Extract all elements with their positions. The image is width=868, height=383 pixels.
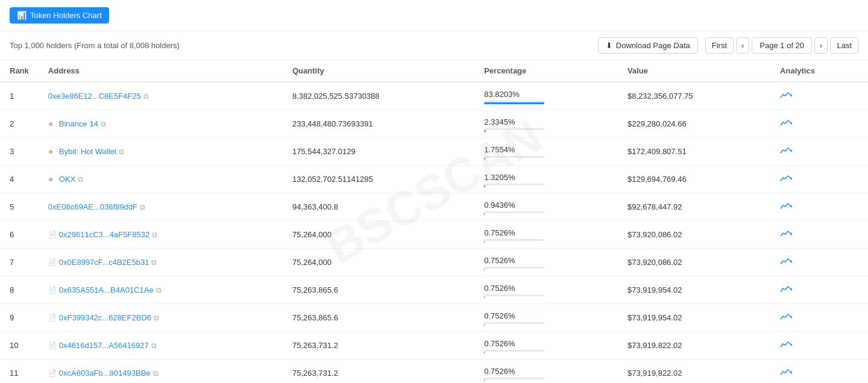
chart-icon: 📊 [17, 11, 27, 20]
token-holders-chart-button[interactable]: 📊 Token Holders Chart [10, 7, 109, 23]
copy-icon[interactable]: ⧉ [152, 231, 160, 239]
contract-icon: 📄 [48, 231, 57, 239]
label-icon: ◈ [48, 175, 57, 184]
address-text: Bybit: Hot Wallet [59, 147, 117, 156]
table-row: 9📄0xF399342c...628EF2BD6⧉75,263,865.60.7… [0, 304, 868, 332]
copy-icon[interactable]: ⧉ [101, 120, 109, 128]
table-header-row: Rank Address Quantity Percentage Value A… [0, 60, 868, 82]
analytics-chart-icon[interactable] [780, 92, 792, 102]
analytics-cell[interactable] [770, 82, 868, 110]
table-row: 8📄0x635A551A...B4A01C1Ae⧉75,263,865.60.7… [0, 276, 868, 304]
analytics-cell[interactable] [770, 166, 868, 193]
percentage-text: 1.3205% [484, 173, 608, 182]
address-link[interactable]: 0xE08c69AE...036f89ddF [48, 202, 137, 211]
analytics-chart-icon[interactable] [780, 341, 792, 351]
copy-icon[interactable]: ⧉ [156, 286, 165, 294]
label-icon: ◈ [48, 148, 57, 156]
address-link[interactable]: 0xe3e86E12...C8E5F4F25 [48, 92, 141, 101]
analytics-chart-icon[interactable] [780, 230, 792, 240]
first-page-button[interactable]: First [705, 37, 734, 54]
analytics-cell[interactable] [770, 193, 868, 221]
percentage-text: 0.9436% [484, 201, 608, 210]
address-cell: ◈OKX⧉ [39, 166, 283, 193]
contract-icon: 📄 [48, 314, 57, 322]
col-percentage: Percentage [474, 60, 618, 82]
rank-cell: 8 [0, 276, 39, 304]
analytics-cell[interactable] [770, 110, 868, 138]
percentage-cell: 0.9436% [474, 193, 618, 221]
address-cell: 0xE08c69AE...036f89ddF⧉ [39, 193, 283, 221]
analytics-chart-icon[interactable] [780, 285, 792, 296]
percentage-text: 0.7526% [484, 367, 608, 376]
analytics-chart-icon[interactable] [780, 369, 792, 379]
copy-icon[interactable]: ⧉ [151, 341, 160, 350]
analytics-chart-icon[interactable] [780, 147, 792, 157]
percentage-bar [484, 379, 485, 381]
percentage-bar [484, 352, 485, 353]
holders-table: Rank Address Quantity Percentage Value A… [0, 60, 868, 383]
address-link[interactable]: 📄0x0E8997cF...c4B2E5b31 [48, 258, 149, 267]
value-cell: $8,232,356,077.75 [618, 82, 770, 110]
rank-cell: 5 [0, 193, 39, 221]
analytics-chart-icon[interactable] [780, 258, 792, 268]
table-row: 2◈Binance 14⧉233,448,480.736933912.3345%… [0, 110, 868, 138]
pagination-area: ⬇ Download Page Data First ‹ Page 1 of 2… [598, 37, 858, 54]
analytics-cell[interactable] [770, 360, 868, 384]
col-rank: Rank [0, 60, 39, 82]
contract-icon: 📄 [48, 369, 57, 378]
address-link[interactable]: 📄0x29611cC3...4aF5F8532 [48, 230, 149, 239]
address-link[interactable]: 📄0xcA603aFb...801493BBe [48, 369, 151, 378]
analytics-chart-icon[interactable] [780, 313, 792, 323]
address-text: 0xcA603aFb...801493BBe [59, 369, 151, 378]
percentage-cell: 0.7526% [474, 249, 618, 276]
analytics-cell[interactable] [770, 221, 868, 249]
table-row: 3◈Bybit: Hot Wallet⧉175,544,327.01291.75… [0, 138, 868, 166]
rank-cell: 4 [0, 166, 39, 193]
prev-page-button[interactable]: ‹ [736, 37, 749, 54]
address-link[interactable]: 📄0x635A551A...B4A01C1Ae [48, 285, 154, 294]
last-page-button[interactable]: Last [830, 37, 858, 54]
contract-icon: 📄 [48, 341, 57, 350]
copy-icon[interactable]: ⧉ [78, 175, 86, 184]
address-link[interactable]: ◈Binance 14 [48, 119, 98, 128]
percentage-bar [484, 324, 485, 326]
percentage-cell: 1.7554% [474, 138, 618, 166]
percentage-text: 83.8203% [484, 90, 608, 99]
copy-icon[interactable]: ⧉ [151, 258, 160, 267]
download-page-data-button[interactable]: ⬇ Download Page Data [598, 37, 698, 54]
percentage-cell: 0.7526% [474, 360, 618, 384]
copy-icon[interactable]: ⧉ [143, 92, 152, 101]
copy-icon[interactable]: ⧉ [153, 369, 162, 378]
percentage-bar [484, 269, 485, 270]
analytics-chart-icon[interactable] [780, 175, 792, 185]
analytics-chart-icon[interactable] [780, 202, 792, 213]
quantity-cell: 75,263,731.2 [283, 360, 474, 384]
analytics-cell[interactable] [770, 249, 868, 276]
address-cell: ◈Binance 14⧉ [39, 110, 283, 138]
address-link[interactable]: 📄0x4616d157...A56416927 [48, 341, 149, 350]
copy-icon[interactable]: ⧉ [154, 314, 162, 322]
table-row: 7📄0x0E8997cF...c4B2E5b31⧉75,264,0000.752… [0, 249, 868, 276]
address-cell: ◈Bybit: Hot Wallet⧉ [39, 138, 283, 166]
analytics-cell[interactable] [770, 332, 868, 360]
value-cell: $73,920,086.02 [618, 221, 770, 249]
value-cell: $129,694,769.46 [618, 166, 770, 193]
analytics-cell[interactable] [770, 304, 868, 332]
copy-icon[interactable]: ⧉ [119, 148, 127, 156]
table-row: 10xe3e86E12...C8E5F4F25⧉8,382,025,525.53… [0, 82, 868, 110]
address-link[interactable]: 📄0xF399342c...628EF2BD6 [48, 313, 151, 322]
address-link[interactable]: ◈OKX [48, 175, 75, 184]
percentage-text: 0.7526% [484, 228, 608, 237]
analytics-cell[interactable] [770, 138, 868, 166]
percentage-cell: 1.3205% [474, 166, 618, 193]
copy-icon[interactable]: ⧉ [140, 203, 148, 211]
analytics-cell[interactable] [770, 276, 868, 304]
rank-cell: 7 [0, 249, 39, 276]
chart-btn-label: Token Holders Chart [30, 11, 102, 20]
address-text: 0xF399342c...628EF2BD6 [59, 313, 151, 322]
address-text: 0x0E8997cF...c4B2E5b31 [59, 258, 149, 267]
next-page-button[interactable]: › [814, 37, 828, 54]
quantity-cell: 233,448,480.73693391 [283, 110, 474, 138]
analytics-chart-icon[interactable] [780, 119, 792, 129]
address-link[interactable]: ◈Bybit: Hot Wallet [48, 147, 117, 156]
